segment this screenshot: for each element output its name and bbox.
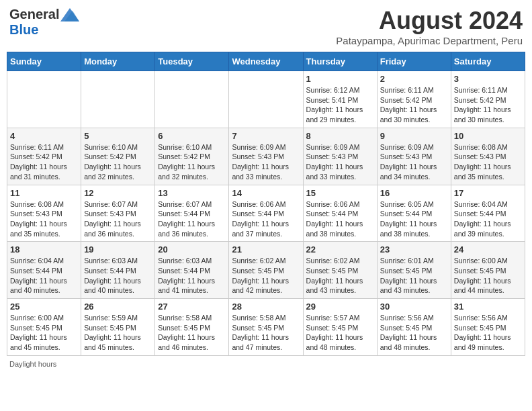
day-number: 7 bbox=[232, 131, 300, 141]
day-info: Sunrise: 6:04 AM Sunset: 5:44 PM Dayligh… bbox=[454, 199, 522, 239]
calendar-cell: 14Sunrise: 6:06 AM Sunset: 5:44 PM Dayli… bbox=[229, 185, 303, 242]
day-number: 16 bbox=[380, 188, 448, 198]
calendar-cell: 22Sunrise: 6:02 AM Sunset: 5:45 PM Dayli… bbox=[303, 242, 377, 299]
day-number: 10 bbox=[454, 131, 522, 141]
day-number: 6 bbox=[158, 131, 226, 141]
calendar-cell bbox=[155, 71, 229, 128]
header: General Blue August 2024 Pataypampa, Apu… bbox=[7, 7, 525, 46]
day-info: Sunrise: 6:00 AM Sunset: 5:45 PM Dayligh… bbox=[10, 313, 78, 353]
calendar-cell bbox=[81, 71, 155, 128]
calendar-cell: 25Sunrise: 6:00 AM Sunset: 5:45 PM Dayli… bbox=[7, 299, 81, 356]
footer: Daylight hours bbox=[7, 360, 525, 368]
day-info: Sunrise: 5:58 AM Sunset: 5:45 PM Dayligh… bbox=[158, 313, 226, 353]
calendar-cell: 5Sunrise: 6:10 AM Sunset: 5:42 PM Daylig… bbox=[81, 128, 155, 185]
day-info: Sunrise: 6:11 AM Sunset: 5:42 PM Dayligh… bbox=[380, 85, 448, 125]
logo: General Blue bbox=[9, 7, 79, 38]
day-number: 12 bbox=[84, 188, 152, 198]
day-number: 30 bbox=[380, 302, 448, 312]
calendar-body: 1Sunrise: 6:12 AM Sunset: 5:41 PM Daylig… bbox=[7, 71, 525, 356]
calendar-cell: 26Sunrise: 5:59 AM Sunset: 5:45 PM Dayli… bbox=[81, 299, 155, 356]
days-of-week-row: SundayMondayTuesdayWednesdayThursdayFrid… bbox=[7, 52, 525, 71]
day-info: Sunrise: 6:09 AM Sunset: 5:43 PM Dayligh… bbox=[380, 142, 448, 182]
calendar-cell: 4Sunrise: 6:11 AM Sunset: 5:42 PM Daylig… bbox=[7, 128, 81, 185]
day-info: Sunrise: 6:11 AM Sunset: 5:42 PM Dayligh… bbox=[454, 85, 522, 125]
day-info: Sunrise: 5:57 AM Sunset: 5:45 PM Dayligh… bbox=[306, 313, 374, 353]
day-number: 17 bbox=[454, 188, 522, 198]
day-info: Sunrise: 6:12 AM Sunset: 5:41 PM Dayligh… bbox=[306, 85, 374, 125]
day-number: 9 bbox=[380, 131, 448, 141]
day-of-week-header: Friday bbox=[377, 52, 451, 71]
calendar-cell: 13Sunrise: 6:07 AM Sunset: 5:44 PM Dayli… bbox=[155, 185, 229, 242]
day-number: 3 bbox=[454, 74, 522, 84]
logo-blue-text: Blue bbox=[9, 22, 38, 38]
calendar-week-row: 1Sunrise: 6:12 AM Sunset: 5:41 PM Daylig… bbox=[7, 71, 525, 128]
day-info: Sunrise: 6:07 AM Sunset: 5:43 PM Dayligh… bbox=[84, 199, 152, 239]
day-of-week-header: Monday bbox=[81, 52, 155, 71]
day-number: 24 bbox=[454, 244, 522, 255]
day-number: 1 bbox=[306, 74, 374, 84]
main-title: August 2024 bbox=[336, 7, 523, 35]
calendar-cell: 30Sunrise: 5:56 AM Sunset: 5:45 PM Dayli… bbox=[377, 299, 451, 356]
day-number: 4 bbox=[10, 131, 78, 141]
day-info: Sunrise: 6:03 AM Sunset: 5:44 PM Dayligh… bbox=[158, 256, 226, 295]
calendar-table: SundayMondayTuesdayWednesdayThursdayFrid… bbox=[7, 52, 525, 356]
calendar-cell: 11Sunrise: 6:08 AM Sunset: 5:43 PM Dayli… bbox=[7, 185, 81, 242]
day-number: 2 bbox=[380, 74, 448, 84]
day-info: Sunrise: 6:09 AM Sunset: 5:43 PM Dayligh… bbox=[306, 142, 374, 182]
calendar-cell: 23Sunrise: 6:01 AM Sunset: 5:45 PM Dayli… bbox=[377, 242, 451, 299]
logo-icon bbox=[60, 8, 79, 21]
day-info: Sunrise: 6:02 AM Sunset: 5:45 PM Dayligh… bbox=[232, 256, 300, 295]
calendar-cell: 8Sunrise: 6:09 AM Sunset: 5:43 PM Daylig… bbox=[303, 128, 377, 185]
day-info: Sunrise: 6:10 AM Sunset: 5:42 PM Dayligh… bbox=[84, 142, 152, 182]
title-area: August 2024 Pataypampa, Apurimac Departm… bbox=[336, 7, 523, 46]
day-number: 23 bbox=[380, 244, 448, 255]
calendar-cell bbox=[7, 71, 81, 128]
day-info: Sunrise: 5:58 AM Sunset: 5:45 PM Dayligh… bbox=[232, 313, 300, 353]
day-number: 11 bbox=[10, 188, 78, 198]
day-info: Sunrise: 6:06 AM Sunset: 5:44 PM Dayligh… bbox=[306, 199, 374, 239]
day-number: 29 bbox=[306, 302, 374, 312]
day-info: Sunrise: 5:56 AM Sunset: 5:45 PM Dayligh… bbox=[454, 313, 522, 353]
calendar-cell: 3Sunrise: 6:11 AM Sunset: 5:42 PM Daylig… bbox=[451, 71, 525, 128]
calendar-cell: 29Sunrise: 5:57 AM Sunset: 5:45 PM Dayli… bbox=[303, 299, 377, 356]
day-info: Sunrise: 6:08 AM Sunset: 5:43 PM Dayligh… bbox=[454, 142, 522, 182]
calendar-cell: 19Sunrise: 6:03 AM Sunset: 5:44 PM Dayli… bbox=[81, 242, 155, 299]
day-number: 22 bbox=[306, 244, 374, 255]
day-number: 8 bbox=[306, 131, 374, 141]
day-of-week-header: Saturday bbox=[451, 52, 525, 71]
calendar-cell: 18Sunrise: 6:04 AM Sunset: 5:44 PM Dayli… bbox=[7, 242, 81, 299]
calendar-cell: 28Sunrise: 5:58 AM Sunset: 5:45 PM Dayli… bbox=[229, 299, 303, 356]
day-number: 18 bbox=[10, 244, 78, 255]
day-number: 19 bbox=[84, 244, 152, 255]
day-number: 13 bbox=[158, 188, 226, 198]
calendar-cell: 1Sunrise: 6:12 AM Sunset: 5:41 PM Daylig… bbox=[303, 71, 377, 128]
calendar-cell: 24Sunrise: 6:00 AM Sunset: 5:45 PM Dayli… bbox=[451, 242, 525, 299]
calendar-week-row: 4Sunrise: 6:11 AM Sunset: 5:42 PM Daylig… bbox=[7, 128, 525, 185]
day-number: 5 bbox=[84, 131, 152, 141]
calendar-cell: 21Sunrise: 6:02 AM Sunset: 5:45 PM Dayli… bbox=[229, 242, 303, 299]
day-of-week-header: Tuesday bbox=[155, 52, 229, 71]
day-info: Sunrise: 6:07 AM Sunset: 5:44 PM Dayligh… bbox=[158, 199, 226, 239]
day-info: Sunrise: 6:03 AM Sunset: 5:44 PM Dayligh… bbox=[84, 256, 152, 295]
calendar-cell: 12Sunrise: 6:07 AM Sunset: 5:43 PM Dayli… bbox=[81, 185, 155, 242]
calendar-header: SundayMondayTuesdayWednesdayThursdayFrid… bbox=[7, 52, 525, 71]
day-number: 15 bbox=[306, 188, 374, 198]
calendar-cell: 6Sunrise: 6:10 AM Sunset: 5:42 PM Daylig… bbox=[155, 128, 229, 185]
day-info: Sunrise: 5:59 AM Sunset: 5:45 PM Dayligh… bbox=[84, 313, 152, 353]
day-of-week-header: Sunday bbox=[7, 52, 81, 71]
day-info: Sunrise: 6:10 AM Sunset: 5:42 PM Dayligh… bbox=[158, 142, 226, 182]
calendar-cell: 7Sunrise: 6:09 AM Sunset: 5:43 PM Daylig… bbox=[229, 128, 303, 185]
day-number: 25 bbox=[10, 302, 78, 312]
day-number: 14 bbox=[232, 188, 300, 198]
day-info: Sunrise: 6:04 AM Sunset: 5:44 PM Dayligh… bbox=[10, 256, 78, 295]
day-number: 28 bbox=[232, 302, 300, 312]
day-number: 21 bbox=[232, 244, 300, 255]
calendar-cell: 16Sunrise: 6:05 AM Sunset: 5:44 PM Dayli… bbox=[377, 185, 451, 242]
calendar-cell: 15Sunrise: 6:06 AM Sunset: 5:44 PM Dayli… bbox=[303, 185, 377, 242]
footer-text: Daylight hours bbox=[9, 360, 56, 368]
day-info: Sunrise: 6:01 AM Sunset: 5:45 PM Dayligh… bbox=[380, 256, 448, 295]
calendar-cell: 2Sunrise: 6:11 AM Sunset: 5:42 PM Daylig… bbox=[377, 71, 451, 128]
day-info: Sunrise: 6:09 AM Sunset: 5:43 PM Dayligh… bbox=[232, 142, 300, 182]
calendar-cell: 31Sunrise: 5:56 AM Sunset: 5:45 PM Dayli… bbox=[451, 299, 525, 356]
calendar-cell: 27Sunrise: 5:58 AM Sunset: 5:45 PM Dayli… bbox=[155, 299, 229, 356]
